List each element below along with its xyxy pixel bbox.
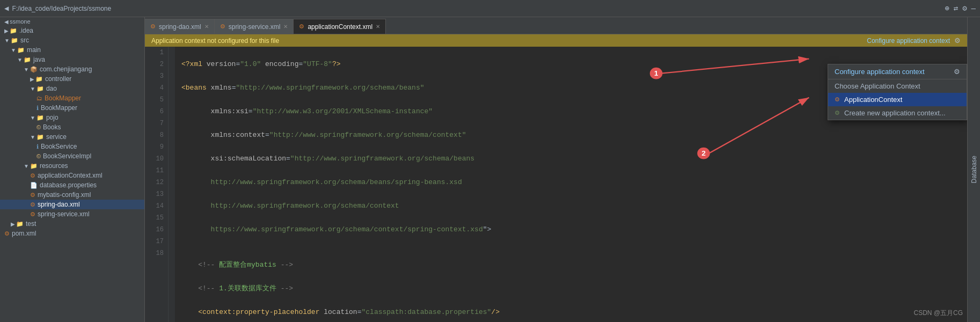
interface-icon: ℹ xyxy=(36,143,39,150)
project-sidebar: ◀ ssmone ▶ 📁 .idea ▼ 📁 src ▼ 📁 main ▼ 📁 … xyxy=(0,17,145,322)
code-line-7: http://www.springframework.org/schema/co… xyxy=(181,200,961,212)
sidebar-item-service[interactable]: ▼ 📁 service xyxy=(0,132,144,142)
sidebar-item-bookmapper-java[interactable]: ℹ BookMapper xyxy=(0,103,144,113)
expand-icon-pkg: ▼ xyxy=(24,67,29,72)
collapse-icon: ◀ xyxy=(4,19,9,25)
tab-icon-spring-service: ⚙ xyxy=(220,23,225,30)
props-icon: 📄 xyxy=(30,182,38,189)
code-line-10: <!-- 配置整合mybatis --> xyxy=(181,259,961,271)
sidebar-item-springservice[interactable]: ⚙ spring-service.xml xyxy=(0,209,144,219)
xml-icon-springdao: ⚙ xyxy=(30,201,35,208)
sidebar-label-service: service xyxy=(46,133,67,141)
sidebar-item-books[interactable]: © Books xyxy=(0,122,144,132)
expand-icon-main: ▼ xyxy=(11,47,16,53)
sidebar-item-test[interactable]: ▶ 📁 test xyxy=(0,219,144,229)
sidebar-label-pojo: pojo xyxy=(46,114,58,121)
expand-icon: ▶ xyxy=(4,28,9,34)
tab-spring-dao[interactable]: ⚙ spring-dao.xml ✕ xyxy=(145,19,215,34)
right-sidebar[interactable]: Database xyxy=(967,17,980,322)
tab-close-spring-dao[interactable]: ✕ xyxy=(204,24,209,30)
context-menu-gear-icon[interactable]: ⚙ xyxy=(954,68,960,76)
context-menu-create-new[interactable]: ⚙ Create new application context... xyxy=(828,106,967,120)
sidebar-item-src[interactable]: ▼ 📁 src xyxy=(0,35,144,45)
context-menu-header: Configure application context ⚙ xyxy=(828,64,967,79)
tab-close-spring-service[interactable]: ✕ xyxy=(283,24,288,30)
folder-icon-pkg: 📦 xyxy=(30,66,38,73)
sidebar-item-project[interactable]: ◀ ssmone xyxy=(0,17,144,26)
sidebar-item-main[interactable]: ▼ 📁 main xyxy=(0,45,144,55)
class-impl-icon: © xyxy=(36,153,41,159)
warning-bar-right: Configure application context ⚙ xyxy=(867,36,961,45)
settings-gear-icon[interactable]: ⚙ xyxy=(954,36,961,45)
sidebar-item-springdao[interactable]: ⚙ spring-dao.xml xyxy=(0,200,144,209)
sidebar-label-springservice: spring-service.xml xyxy=(38,210,90,218)
tab-label-spring-dao: spring-dao.xml xyxy=(159,23,201,31)
split-icon[interactable]: ⇄ xyxy=(954,4,958,13)
sidebar-label-bookmapper-java: BookMapper xyxy=(41,104,77,112)
folder-icon-src: 📁 xyxy=(11,37,18,44)
title-bar-icons: ⊕ ⇄ ⚙ — xyxy=(945,4,976,13)
sidebar-item-pojo[interactable]: ▼ 📁 pojo xyxy=(0,113,144,122)
sidebar-label-bookservice: BookService xyxy=(41,143,77,150)
sidebar-label-pkg: com.chenjiangang xyxy=(40,65,92,73)
code-line-6: http://www.springframework.org/schema/be… xyxy=(181,177,961,188)
settings-icon[interactable]: ⚙ xyxy=(962,4,967,13)
configure-link[interactable]: Configure application context xyxy=(867,37,950,45)
sidebar-label-dbprops: database.properties xyxy=(40,181,97,189)
sidebar-label-java: java xyxy=(33,56,45,63)
back-arrow-icon[interactable]: ◀ xyxy=(4,4,9,13)
globe-icon[interactable]: ⊕ xyxy=(945,4,949,13)
main-layout: ◀ ssmone ▶ 📁 .idea ▼ 📁 src ▼ 📁 main ▼ 📁 … xyxy=(0,17,980,322)
context-menu-appcontext[interactable]: ⚙ ApplicationContext xyxy=(828,93,967,106)
code-line-8: https://www.springframework.org/schema/c… xyxy=(181,224,961,236)
choose-context-label: Choose Application Context xyxy=(835,82,920,90)
new-context-icon: ⚙ xyxy=(835,109,840,116)
sidebar-item-mybatis[interactable]: ⚙ mybatis-config.xml xyxy=(0,190,144,200)
warning-bar: Application context not configured for t… xyxy=(145,34,967,47)
tab-icon-spring-dao: ⚙ xyxy=(150,23,156,30)
tab-appcontext[interactable]: ⚙ applicationContext.xml ✕ xyxy=(294,19,386,34)
sidebar-label-appcontext: applicationContext.xml xyxy=(38,172,103,179)
context-menu-choose[interactable]: Choose Application Context xyxy=(828,79,967,93)
sidebar-label-dao: dao xyxy=(46,85,57,92)
tab-close-appcontext[interactable]: ✕ xyxy=(376,24,380,30)
sidebar-item-dao[interactable]: ▼ 📁 dao xyxy=(0,84,144,93)
line-numbers: 12345 678910 1112131415 161718 xyxy=(145,47,169,322)
sidebar-label-main: main xyxy=(27,46,41,54)
folder-icon-test: 📁 xyxy=(16,221,24,228)
project-name: ssmone xyxy=(10,18,31,25)
fold-indicator xyxy=(169,47,175,322)
sidebar-label-src: src xyxy=(20,36,29,44)
sidebar-item-pomxml[interactable]: ⚙ pom.xml xyxy=(0,229,144,238)
sidebar-item-dbprops[interactable]: 📄 database.properties xyxy=(0,180,144,190)
sidebar-item-pkg[interactable]: ▼ 📦 com.chenjiangang xyxy=(0,64,144,74)
folder-icon-java: 📁 xyxy=(24,56,31,63)
sidebar-item-bookservice-iface[interactable]: ℹ BookService xyxy=(0,142,144,151)
sidebar-item-bookserviceimpl[interactable]: © BookServiceImpl xyxy=(0,151,144,161)
code-line-4: xmlns:context="http://www.springframewor… xyxy=(181,129,961,141)
sidebar-item-controller[interactable]: ▶ 📁 controller xyxy=(0,74,144,84)
expand-icon-src: ▼ xyxy=(4,38,10,43)
title-bar: ◀ F:/idea_code/IdeaProjects/ssmone ⊕ ⇄ ⚙… xyxy=(0,0,980,17)
expand-icon-ctrl: ▶ xyxy=(30,76,34,82)
appcontext-label: ApplicationContext xyxy=(844,96,902,104)
context-menu-title: Configure application context xyxy=(835,68,925,76)
editor-area: ⚙ spring-dao.xml ✕ ⚙ spring-service.xml … xyxy=(145,17,967,322)
sidebar-item-bookmapper-xml[interactable]: 🗂 BookMapper xyxy=(0,93,144,103)
tab-spring-service[interactable]: ⚙ spring-service.xml ✕ xyxy=(215,19,294,34)
sidebar-item-idea[interactable]: ▶ 📁 .idea xyxy=(0,26,144,35)
folder-icon-dao: 📁 xyxy=(36,85,44,92)
expand-icon-java: ▼ xyxy=(17,57,23,63)
tab-icon-appcontext: ⚙ xyxy=(299,23,304,30)
sidebar-item-resources[interactable]: ▼ 📁 resources xyxy=(0,161,144,171)
code-line-12: <context:property-placeholder location="… xyxy=(181,306,961,318)
xml-icon-appcontext: ⚙ xyxy=(30,172,35,179)
sidebar-label-resources: resources xyxy=(40,162,68,170)
expand-icon-service: ▼ xyxy=(30,134,35,140)
database-label: Database xyxy=(970,156,978,183)
sidebar-item-appcontext[interactable]: ⚙ applicationContext.xml xyxy=(0,171,144,180)
code-line-11: <!-- 1.关联数据库文件 --> xyxy=(181,283,961,295)
sidebar-item-java[interactable]: ▼ 📁 java xyxy=(0,55,144,64)
minimize-icon[interactable]: — xyxy=(971,4,976,13)
folder-icon-ctrl: 📁 xyxy=(35,76,43,83)
